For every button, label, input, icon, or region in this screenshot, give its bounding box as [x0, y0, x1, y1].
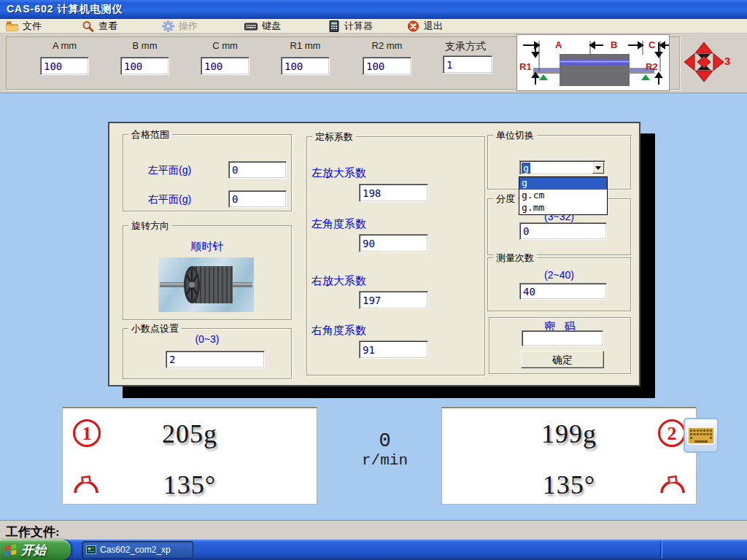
- app-icon: [86, 545, 96, 555]
- unit-combobox[interactable]: g: [519, 160, 605, 175]
- left-gain-label: 左放大系数: [311, 166, 366, 180]
- nav-count: 3: [724, 55, 730, 67]
- rotor-image: [158, 257, 254, 312]
- nav-arrows-icon[interactable]: [684, 42, 724, 82]
- exit-icon: [407, 20, 419, 32]
- right-plane-label: 右平面(g): [148, 193, 191, 206]
- keyboard-icon: [244, 20, 258, 32]
- windows-logo-icon: [4, 543, 18, 557]
- left-angle-input[interactable]: [359, 234, 428, 252]
- right-mass-value: 199g: [442, 419, 696, 449]
- rotation-direction-label: 顺时针: [123, 240, 292, 254]
- measure-range-label: (2~40): [487, 269, 631, 281]
- left-gain-input[interactable]: [359, 184, 428, 202]
- menu-item-label: 文件: [23, 20, 42, 33]
- osk-button[interactable]: [684, 418, 719, 453]
- field-r1-label: R1 mm: [281, 40, 330, 52]
- speed-value: 0: [321, 430, 449, 452]
- menu-item-calculator[interactable]: 计算器: [328, 19, 373, 34]
- menu-item-label: 退出: [424, 20, 443, 33]
- unit-selected-value: g: [522, 163, 530, 174]
- field-r2-label: R2 mm: [363, 40, 411, 52]
- field-r1-input[interactable]: [281, 57, 330, 75]
- right-gain-input[interactable]: [359, 291, 428, 309]
- left-angle-label: 左角度系数: [311, 217, 366, 231]
- field-b-input[interactable]: [120, 57, 169, 75]
- gear-icon: [162, 20, 174, 32]
- chevron-down-icon: [595, 166, 601, 170]
- search-icon: [82, 20, 94, 32]
- field-a-label: A mm: [40, 40, 89, 52]
- group-rotation-title: 旋转方向: [128, 219, 172, 233]
- menu-item-view[interactable]: 查看: [82, 19, 117, 34]
- menu-item-exit[interactable]: 退出: [407, 19, 443, 34]
- menu-item-keyboard[interactable]: 键盘: [244, 19, 281, 34]
- angle-marker-icon: [659, 472, 686, 494]
- tray-divider: [660, 541, 662, 559]
- group-tolerance-title: 合格范围: [128, 128, 172, 141]
- ok-button[interactable]: 确定: [521, 351, 604, 368]
- start-label: 开始: [21, 542, 46, 559]
- readout-right-panel: 2 199g 135°: [441, 407, 697, 505]
- left-plane-label: 左平面(g): [148, 164, 191, 177]
- dim-r2-label: R2: [646, 61, 658, 72]
- menu-item-label: 查看: [98, 20, 117, 33]
- window-titlebar: CAS-602 计算机电测仪: [0, 0, 747, 19]
- readout-left-panel: 1 205g 135°: [62, 407, 317, 505]
- support-mode-input[interactable]: [443, 55, 492, 74]
- rotor-drawing: [158, 257, 254, 312]
- right-angle-label: 右角度系数: [311, 324, 366, 338]
- group-graduation-title: 分度: [493, 192, 518, 206]
- field-c-input[interactable]: [201, 57, 249, 75]
- menu-item-operate: 操作: [162, 19, 198, 34]
- password-input[interactable]: [522, 330, 603, 346]
- keyboard-icon: [687, 427, 715, 445]
- group-measure-count-title: 测量次数: [493, 252, 537, 265]
- dim-r1-label: R1: [519, 61, 532, 72]
- right-angle-value: 135°: [442, 470, 696, 500]
- rotor-dimension-diagram: A B C R1 R2: [516, 34, 670, 91]
- right-gain-label: 右放大系数: [311, 274, 366, 288]
- speed-display: 0 r/min: [321, 430, 449, 469]
- dim-b-label: B: [611, 39, 617, 50]
- taskbar: 开始 Cas602_com2_xp: [0, 540, 747, 560]
- speed-unit: r/min: [321, 452, 449, 469]
- unit-dropdown-list: g g.cm g.mm: [519, 176, 608, 215]
- right-plane-input[interactable]: [228, 190, 287, 208]
- combo-dropdown-button[interactable]: [592, 162, 604, 174]
- decimal-input[interactable]: [166, 351, 265, 368]
- right-angle-input[interactable]: [359, 341, 428, 359]
- menu-item-label: 操作: [179, 20, 198, 33]
- unit-option-gcm[interactable]: g.cm: [519, 190, 607, 202]
- rotor-diagram-drawing: A B C R1 R2: [517, 35, 669, 90]
- start-button[interactable]: 开始: [0, 540, 71, 560]
- field-r2-input[interactable]: [363, 57, 411, 75]
- parameter-panel: A mm B mm C mm R1 mm R2 mm 支承方式: [0, 34, 747, 93]
- calculator-icon: [328, 20, 340, 32]
- graduation-input[interactable]: [519, 222, 607, 240]
- support-mode-label: 支承方式: [435, 40, 496, 52]
- field-c-label: C mm: [201, 40, 249, 52]
- work-file-label: 工作文件:: [6, 524, 60, 540]
- menu-bar: 文件 查看 操作 键盘 计算器 退出: [0, 19, 747, 34]
- left-angle-value: 135°: [63, 470, 317, 500]
- angle-marker-icon: [72, 472, 100, 494]
- unit-option-gmm[interactable]: g.mm: [519, 202, 607, 214]
- left-mass-value: 205g: [63, 419, 317, 449]
- left-plane-input[interactable]: [228, 161, 287, 179]
- dim-c-label: C: [649, 39, 656, 50]
- decimal-range-label: (0~3): [123, 333, 292, 345]
- field-a-input[interactable]: [40, 57, 89, 75]
- measure-count-input[interactable]: [519, 283, 607, 300]
- menu-item-label: 计算器: [344, 20, 373, 33]
- settings-dialog: 合格范围 左平面(g) 右平面(g) 旋转方向 顺时针: [108, 122, 640, 386]
- status-bar: 工作文件:: [0, 520, 747, 540]
- task-button[interactable]: Cas602_com2_xp: [82, 541, 193, 559]
- unit-option-g[interactable]: g: [519, 177, 607, 190]
- dim-a-label: A: [555, 39, 562, 50]
- group-calibration-title: 定标系数: [312, 131, 356, 144]
- task-label: Cas602_com2_xp: [100, 545, 171, 555]
- menu-item-file[interactable]: 文件: [6, 19, 42, 34]
- menu-item-label: 键盘: [262, 20, 281, 33]
- field-b-label: B mm: [120, 40, 169, 52]
